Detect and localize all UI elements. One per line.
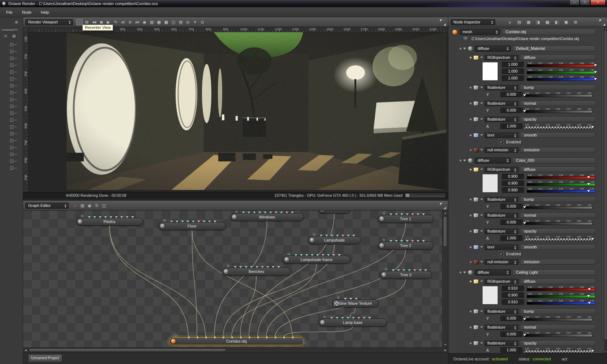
param-type-dropdown[interactable]: floattexture <box>485 325 518 330</box>
expand-icon[interactable]: + <box>10 105 13 108</box>
graph-selector[interactable]: Graph Editor <box>25 203 69 209</box>
expand-icon[interactable]: + <box>10 112 13 115</box>
graph-node-plinths[interactable]: Plinths <box>76 218 143 226</box>
graph-vertical-scrollbar[interactable]: ▲ ▼ <box>442 211 448 347</box>
layers-icon[interactable]: ▩ <box>544 19 551 25</box>
slider-handle[interactable] <box>523 94 526 96</box>
slider[interactable]: 0.000.170.330.500.670.831.00 <box>527 61 595 68</box>
maximize-button[interactable]: □ <box>580 0 590 5</box>
reload-file-icon[interactable] <box>463 36 468 41</box>
slider-handle[interactable] <box>588 302 591 304</box>
expand-icon[interactable]: + <box>10 50 13 53</box>
collapse-icon[interactable] <box>480 118 483 120</box>
slider[interactable]: 0.000.170.330.500.670.831.00 <box>527 75 595 81</box>
checkbox[interactable]: ✓ <box>499 139 504 144</box>
slider[interactable]: 0.000.170.330.500.670.831.00 <box>527 299 595 305</box>
expand-icon[interactable]: + <box>10 77 13 81</box>
expand-icon[interactable]: + <box>10 43 13 46</box>
collapse-icon[interactable] <box>480 281 483 282</box>
tree-item[interactable]: + <box>10 77 17 81</box>
graph-node-benches[interactable]: Benches <box>222 268 291 276</box>
collapse-icon[interactable] <box>480 246 483 248</box>
region-render-icon[interactable]: ▧ <box>148 19 155 25</box>
export-graph-icon[interactable]: ◫ <box>101 203 107 209</box>
tree-item[interactable]: + <box>10 111 17 115</box>
inspector-scroll-thumb[interactable] <box>604 31 607 339</box>
value-box[interactable]: 0.000 <box>500 220 522 225</box>
param-type-dropdown[interactable]: floattexture <box>485 309 518 314</box>
value-box[interactable]: 0.000 <box>500 332 522 337</box>
collapse-icon[interactable] <box>463 48 466 49</box>
alpha-shadows-icon[interactable]: ▩ <box>163 19 169 25</box>
slider[interactable]: 0.000.170.330.500.670.831.00 <box>524 107 593 113</box>
expand-icon[interactable]: + <box>10 125 13 129</box>
param-type-dropdown[interactable]: floattexture <box>485 341 518 346</box>
expand-icon[interactable]: + <box>10 84 13 87</box>
param-type-dropdown[interactable]: floattexture <box>485 197 518 202</box>
autofocus-small-icon[interactable]: Af <box>120 19 126 25</box>
color-swatch[interactable] <box>482 62 498 81</box>
graph-node-tree-3[interactable]: Tree 3 <box>380 271 432 279</box>
open-folder-icon[interactable]: ◧ <box>554 19 560 25</box>
value-g[interactable]: 1.000 <box>502 69 524 74</box>
slider[interactable]: 0.000.170.330.500.670.831.00 <box>524 123 593 129</box>
graph-node-lampshade-frame[interactable]: Lampshade frame <box>283 256 350 264</box>
slider-handle[interactable] <box>523 318 526 320</box>
expand-icon[interactable]: + <box>10 139 13 142</box>
collapse-icon[interactable] <box>480 342 483 344</box>
tree-item[interactable]: + <box>10 118 17 122</box>
expand-icon[interactable]: + <box>10 153 13 156</box>
inspector-selector[interactable]: Node Inspector <box>451 19 495 25</box>
alpha-checker-icon[interactable]: ▦ <box>156 19 162 25</box>
expand-icon[interactable]: + <box>10 166 13 170</box>
autofocus-icon[interactable]: AF <box>134 19 141 25</box>
param-type-dropdown[interactable]: bool <box>485 133 518 138</box>
viewport-fullscreen-icon[interactable] <box>440 20 446 25</box>
no-focus-icon[interactable]: ⊘ <box>127 19 133 25</box>
recenter-graph-icon[interactable]: + <box>72 203 78 209</box>
value-g[interactable]: 0.900 <box>502 181 524 186</box>
tree-item[interactable]: + <box>10 49 17 53</box>
value-b[interactable]: 1.000 <box>502 75 524 81</box>
close-button[interactable]: × <box>590 0 606 5</box>
value-box[interactable]: 1.000 <box>500 124 522 129</box>
slider-handle[interactable] <box>594 78 597 80</box>
collapse-icon[interactable] <box>480 214 483 216</box>
daylight-icon[interactable]: ☀ <box>192 19 198 25</box>
slider-handle[interactable] <box>588 288 591 290</box>
value-box[interactable]: 0.000 <box>500 316 522 321</box>
slider[interactable]: 0.000.170.330.500.670.831.00 <box>524 219 593 225</box>
scroll-left-icon[interactable]: ◀ <box>23 348 28 353</box>
collapse-icon[interactable] <box>480 149 483 151</box>
tree-item[interactable]: + <box>10 166 17 170</box>
menu-file[interactable]: File <box>1 9 17 16</box>
slider-handle[interactable] <box>587 176 590 178</box>
image-buffer-icon[interactable]: ▣ <box>563 19 569 25</box>
menu-help[interactable]: Help <box>36 9 54 16</box>
inspector-scroll-down-icon[interactable]: ▼ <box>604 351 607 353</box>
param-type-dropdown[interactable]: floattexture <box>485 117 518 122</box>
graph-canvas[interactable]: PlinthsFloorWindowsLampshadeLampshade fr… <box>23 211 448 347</box>
tab-unnamed-project[interactable]: Unnamed Project <box>28 354 62 362</box>
color-swatch[interactable] <box>482 174 498 193</box>
slider-handle[interactable] <box>523 222 526 224</box>
title-bar[interactable]: Octane Render - C:\Users\Jonathan\Deskto… <box>0 0 607 7</box>
aperture-icon[interactable]: ◉ <box>141 19 148 25</box>
expand-icon[interactable]: + <box>10 98 13 101</box>
tree-item[interactable]: + <box>10 146 17 150</box>
save-node-icon[interactable]: ▤ <box>516 19 522 25</box>
slider[interactable]: 0.000.170.330.500.670.831.00 <box>524 331 593 337</box>
slider[interactable]: 0.000.170.330.500.670.831.00 <box>527 173 595 179</box>
slider[interactable]: 0.000.170.330.500.670.831.00 <box>524 235 593 241</box>
inspector-fullscreen-icon[interactable] <box>599 20 605 25</box>
value-g[interactable]: 0.900 <box>502 292 524 298</box>
network-render-icon[interactable]: ◎ <box>185 19 191 25</box>
menu-node[interactable]: Node <box>17 9 36 16</box>
tree-item[interactable]: + <box>10 43 17 47</box>
expand-icon[interactable]: + <box>10 91 13 94</box>
subsampling-icon[interactable]: ◫ <box>170 19 177 25</box>
collapse-icon[interactable] <box>480 57 483 58</box>
expand-icon[interactable]: + <box>10 57 13 60</box>
param-type-dropdown[interactable]: RGBspectrum <box>485 55 518 60</box>
checkbox[interactable]: ✓ <box>499 251 504 256</box>
